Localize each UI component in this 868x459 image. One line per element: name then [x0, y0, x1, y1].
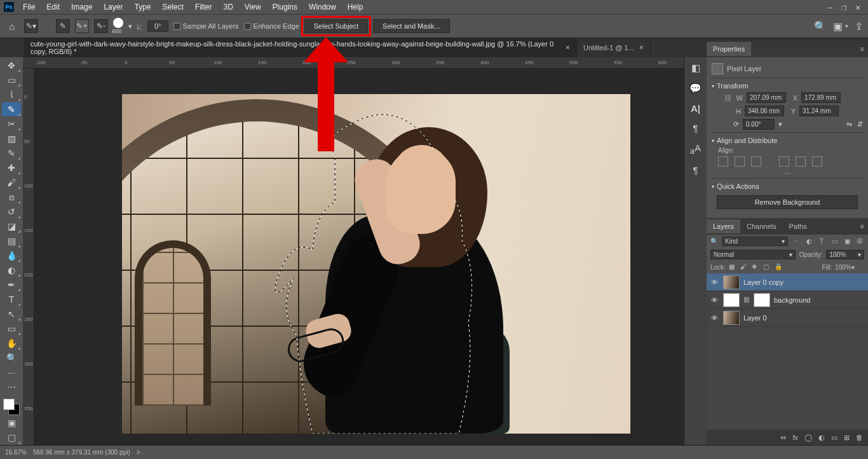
menu-help[interactable]: Help — [342, 1, 369, 13]
filter-search-icon[interactable]: 🔍 — [710, 238, 718, 245]
paths-tab[interactable]: Paths — [783, 219, 813, 233]
gradient-tool[interactable]: ▤ — [2, 234, 21, 248]
angle-dropdown-icon[interactable]: ▾ — [778, 120, 782, 128]
layers-menu-icon[interactable]: ≡ — [860, 223, 868, 230]
stamp-tool[interactable]: ⧈ — [2, 190, 21, 204]
edit-toolbar[interactable]: ⋯ — [2, 380, 21, 394]
more-align-icon[interactable]: ··· — [712, 169, 863, 177]
panel-menu-icon[interactable]: ≡ — [860, 45, 868, 53]
align-section-header[interactable]: ▾Align and Distribute — [712, 134, 863, 147]
brush-tool[interactable]: 🖌 — [2, 175, 21, 189]
lock-position-icon[interactable]: ✥ — [752, 263, 760, 271]
align-top-icon[interactable] — [779, 156, 789, 167]
horizontal-ruler[interactable]: -100 -50 0 50 100 150 200 250 300 350 40… — [23, 57, 684, 69]
lock-pixels-icon[interactable]: 🖌 — [740, 263, 749, 271]
frame-tool[interactable]: ▧ — [2, 132, 21, 146]
vertical-ruler[interactable]: 0 50 100 150 200 250 300 350 — [23, 69, 34, 445]
y-field[interactable]: 31.24 mm — [799, 106, 839, 116]
enhance-edge-checkbox[interactable]: Enhance Edge — [244, 22, 299, 30]
brush-dropdown-icon[interactable]: ▾ — [128, 22, 132, 31]
swatches-panel-icon[interactable]: 💬 — [689, 83, 702, 94]
link-wh-icon[interactable]: ⛓ — [724, 94, 731, 102]
visibility-toggle[interactable]: 👁 — [709, 314, 719, 322]
frame-mode-icon[interactable]: ▣▾ — [833, 20, 848, 32]
filter-smart-icon[interactable]: ▣ — [843, 237, 851, 246]
search-icon[interactable]: 🔍 — [814, 20, 827, 32]
filter-type-icon[interactable]: T — [817, 237, 826, 246]
quick-mask-toggle[interactable]: ▣ — [2, 416, 21, 430]
character-panel-icon[interactable]: A| — [691, 103, 700, 114]
type-tool[interactable]: T — [2, 292, 21, 306]
layer-row[interactable]: 👁 ⛓ background — [707, 291, 868, 309]
close-window-button[interactable]: ✕ — [855, 3, 860, 12]
layer-name[interactable]: background — [774, 296, 865, 304]
paragraph-styles-icon[interactable]: ¶ — [693, 165, 698, 175]
align-vcenter-icon[interactable] — [796, 156, 806, 167]
crop-tool[interactable]: ✂ — [2, 117, 21, 131]
x-field[interactable]: 172.89 mm — [801, 92, 841, 103]
tab-close-icon[interactable]: × — [639, 43, 644, 52]
remove-background-button[interactable]: Remove Background — [717, 195, 858, 209]
filter-pixel-icon[interactable]: ▫ — [792, 237, 801, 246]
visibility-toggle[interactable]: 👁 — [709, 278, 719, 286]
canvas[interactable] — [122, 94, 630, 434]
blend-mode-dropdown[interactable]: Normal▾ — [710, 250, 796, 259]
menu-type[interactable]: Type — [129, 1, 156, 13]
color-panel-icon[interactable]: ◧ — [691, 62, 700, 74]
subtract-selection-mode[interactable]: ✎- — [94, 19, 108, 33]
sample-all-layers-checkbox[interactable]: Sample All Layers — [173, 22, 239, 30]
opacity-field[interactable]: 100%▾ — [826, 250, 864, 259]
lasso-tool[interactable]: ⌇ — [2, 88, 21, 102]
layer-thumbnail[interactable] — [723, 275, 740, 289]
select-and-mask-button[interactable]: Select and Mask... — [373, 19, 450, 33]
new-layer-icon[interactable]: ⊞ — [844, 434, 850, 442]
history-brush-tool[interactable]: ↺ — [2, 205, 21, 219]
glyphs-panel-icon[interactable]: aA — [690, 142, 701, 156]
foreground-color[interactable] — [3, 399, 15, 410]
menu-plugins[interactable]: Plugins — [268, 1, 302, 13]
move-tool[interactable]: ✥ — [2, 58, 21, 72]
visibility-toggle[interactable]: 👁 — [709, 296, 719, 304]
shape-tool[interactable]: ▭ — [2, 322, 21, 336]
lock-all-icon[interactable]: 🔒 — [775, 263, 783, 271]
layer-row[interactable]: 👁 Layer 0 — [707, 309, 868, 327]
mask-link-icon[interactable]: ⛓ — [743, 296, 750, 303]
menu-3d[interactable]: 3D — [218, 1, 238, 13]
layer-name[interactable]: Layer 0 — [743, 314, 865, 322]
document-tab-2[interactable]: Untitled-1 @ 1... × — [577, 38, 651, 57]
healing-tool[interactable]: ✚ — [2, 161, 21, 175]
zoom-level[interactable]: 16.67% — [5, 449, 27, 456]
menu-file[interactable]: File — [18, 1, 40, 13]
transform-section-header[interactable]: ▾Transform — [712, 79, 863, 92]
width-field[interactable]: 207.09 mm — [747, 92, 786, 103]
menu-view[interactable]: View — [240, 1, 266, 13]
filter-toggle-icon[interactable]: ⦿ — [855, 237, 864, 246]
menu-window[interactable]: Window — [304, 1, 341, 13]
channels-tab[interactable]: Channels — [740, 219, 782, 233]
flip-vertical-icon[interactable]: ⇵ — [857, 120, 863, 128]
properties-tab[interactable]: Properties — [707, 42, 751, 56]
canvas-viewport[interactable] — [34, 69, 684, 445]
align-right-icon[interactable] — [751, 156, 761, 167]
menu-filter[interactable]: Filter — [190, 1, 217, 13]
add-mask-icon[interactable]: ◯ — [804, 434, 812, 442]
eyedropper-tool[interactable]: ✎ — [2, 146, 21, 160]
select-subject-button[interactable]: Select Subject — [304, 19, 368, 33]
new-selection-mode[interactable]: ✎ — [56, 19, 70, 33]
zoom-tool[interactable]: 🔍 — [2, 351, 21, 365]
paragraph-panel-icon[interactable]: ¶ — [693, 123, 698, 134]
minimize-button[interactable]: — — [828, 3, 833, 12]
hand-tool[interactable]: ✋ — [2, 336, 21, 350]
align-bottom-icon[interactable] — [812, 156, 822, 167]
align-left-icon[interactable] — [718, 156, 728, 167]
align-hcenter-icon[interactable] — [735, 156, 745, 167]
restore-button[interactable]: ❐ — [841, 3, 846, 12]
screen-mode[interactable]: ▢ — [2, 430, 21, 444]
layer-thumbnail[interactable] — [723, 293, 740, 307]
document-tab-active[interactable]: cute-young-girl-with-dark-wavy-hairstyle… — [24, 38, 577, 57]
share-icon[interactable]: ⇪ — [855, 20, 863, 32]
flip-horizontal-icon[interactable]: ⇋ — [846, 120, 852, 128]
new-group-icon[interactable]: ▭ — [831, 434, 837, 442]
layer-row[interactable]: 👁 Layer 0 copy — [707, 273, 868, 291]
more-tools[interactable]: ··· — [2, 366, 21, 380]
